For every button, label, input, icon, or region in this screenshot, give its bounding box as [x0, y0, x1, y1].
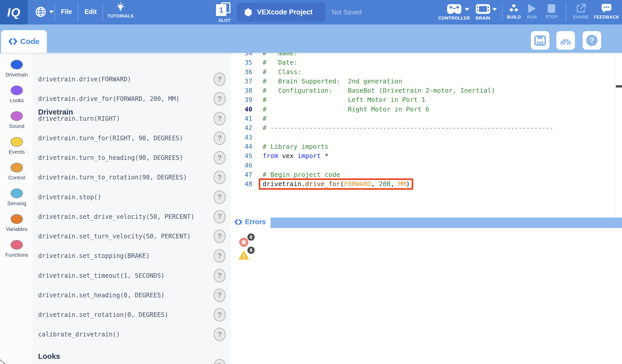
line-number: 45 [231, 151, 252, 161]
chevron-down-icon[interactable] [465, 8, 469, 11]
run-button[interactable]: RUN [527, 4, 537, 20]
errors-panel-header [271, 218, 622, 228]
sidebar-item-variables[interactable]: Variables [0, 214, 33, 232]
code-text[interactable]: drivetrain.drive_for(FORWARD, 200, MM) [252, 179, 410, 189]
chevron-down-icon[interactable] [49, 11, 54, 13]
command-text[interactable]: drivetrain.set_timeout(1, SECONDS) [38, 272, 165, 279]
command-text[interactable]: drivetrain.set_turn_velocity(50, PERCENT… [38, 233, 191, 240]
help-button[interactable]: ? [214, 359, 226, 364]
help-button[interactable]: ? [214, 249, 226, 263]
top-toolbar: IQ File Edit [0, 0, 622, 24]
globe-icon [34, 6, 47, 18]
sidebar-item-functions[interactable]: Functions [0, 240, 33, 258]
command-text[interactable]: drivetrain.stop() [38, 194, 101, 201]
command-text[interactable]: calibrate_drivetrain() [38, 331, 120, 338]
slot-number: 1 [216, 4, 226, 16]
code-text[interactable]: from vex import * [252, 151, 329, 161]
sidebar-item-sensing[interactable]: Sensing [0, 188, 33, 206]
code-text[interactable]: # Begin project code [252, 170, 340, 179]
code-tab-label: Code [20, 37, 40, 46]
help-button[interactable]: ? [214, 132, 226, 145]
app-logo: IQ [0, 0, 28, 24]
stop-button[interactable]: STOP [545, 4, 558, 20]
edit-menu[interactable]: Edit [84, 8, 97, 15]
code-text[interactable]: # Configuration: BaseBot (Drivetrain 2-m… [252, 86, 495, 95]
brain-button[interactable]: BRAIN [476, 4, 490, 21]
command-row: drivetrain.set_drive_velocity(50, PERCEN… [33, 210, 231, 223]
help-button[interactable]: ? [214, 92, 226, 106]
controller-button[interactable]: CONTROLLER [438, 4, 470, 21]
sidebar-item-looks[interactable]: Looks [0, 85, 33, 103]
command-text[interactable]: drivetrain.set_stopping(BRAKE) [38, 252, 150, 259]
code-text[interactable]: # Left Motor in Port 1 [252, 95, 425, 105]
chevron-down-icon[interactable] [492, 8, 497, 11]
command-text[interactable]: drivetrain.turn(RIGHT) [38, 115, 120, 122]
scrollbar-thumb[interactable] [616, 85, 622, 88]
toolbar-separator [566, 3, 566, 21]
tab-code[interactable]: Code [1, 30, 47, 53]
dashboard-button[interactable] [556, 31, 575, 50]
line-number: 42 [231, 123, 252, 133]
help-button[interactable]: ? [214, 269, 226, 282]
category-dot [11, 240, 23, 250]
vexcode-iq-window: IQ File Edit [0, 0, 622, 364]
help-button[interactable]: ? [214, 171, 226, 184]
code-text[interactable] [252, 133, 263, 142]
sidebar-item-events[interactable]: Events [0, 137, 33, 155]
help-button[interactable]: ? [214, 230, 226, 243]
sidebar-item-sound[interactable]: Sound [0, 111, 33, 129]
code-text[interactable]: # [252, 114, 266, 123]
tutorials-button[interactable]: TUTORIALS [107, 2, 133, 19]
code-text[interactable]: # Right Motor in Port 6 [252, 105, 429, 114]
help-button[interactable]: ? [214, 308, 226, 322]
code-text[interactable] [252, 161, 263, 170]
code-line: 40# Right Motor in Port 6 [231, 105, 622, 114]
language-button[interactable] [34, 6, 47, 19]
command-row: drivetrain.turn_for(RIGHT, 90, DEGREES)? [33, 132, 231, 145]
command-text[interactable]: drivetrain.set_heading(0, DEGREES) [38, 292, 165, 299]
build-label: BUILD [507, 15, 521, 20]
help-button[interactable]: ? [214, 190, 226, 204]
help-button-toolbar[interactable]: ? [583, 31, 601, 50]
command-row: drivetrain.set_stopping(BRAKE)? [33, 249, 231, 263]
run-play-icon [528, 4, 536, 13]
feedback-button[interactable]: FEEDBACK [594, 3, 619, 20]
share-button[interactable]: SHARE [573, 3, 589, 20]
code-text[interactable]: # --------------------------------------… [252, 123, 553, 133]
command-text[interactable]: drivetrain.set_drive_velocity(50, PERCEN… [38, 213, 194, 220]
code-text[interactable]: # Brain Supported: 2nd generation [252, 77, 402, 86]
help-button[interactable]: ? [214, 328, 226, 341]
command-text[interactable]: drivetrain.set_rotation(0, DEGREES) [38, 311, 168, 318]
command-row: drivetrain.turn(RIGHT)? [33, 112, 231, 125]
sidebar-item-drivetrain[interactable]: Drivetrain [0, 60, 33, 78]
slot-button[interactable]: 1 SLOT [216, 2, 233, 23]
command-text[interactable]: drivetrain.drive_for(FORWARD, 200, MM) [38, 95, 179, 102]
code-line: 37# Brain Supported: 2nd generation [231, 77, 622, 86]
code-text[interactable]: # Date: [252, 58, 297, 67]
command-text[interactable]: drivetrain.turn_to_heading(90, DEGREES) [38, 154, 183, 161]
project-name-button[interactable]: VEXcode Project [237, 3, 325, 22]
help-button[interactable]: ? [214, 73, 226, 86]
command-text[interactable]: drivetrain.drive(FORWARD) [38, 76, 131, 83]
category-label: Sensing [7, 200, 26, 206]
command-text[interactable]: drivetrain.turn_for(RIGHT, 90, DEGREES) [38, 135, 183, 142]
command-text[interactable]: drivetrain.turn_to_rotation(90, DEGREES) [38, 174, 187, 181]
file-menu[interactable]: File [61, 8, 72, 15]
help-button[interactable]: ? [214, 289, 226, 302]
category-label: Functions [5, 252, 28, 258]
build-button[interactable]: BUILD [507, 3, 521, 20]
code-editor[interactable]: 34# Name:35# Date:36# Class:37# Brain Su… [231, 53, 622, 218]
code-text[interactable]: # Library imports [252, 142, 329, 151]
code-text[interactable]: # Name: [252, 53, 297, 58]
device-info-button[interactable] [531, 31, 549, 50]
help-button[interactable]: ? [214, 112, 226, 125]
help-button[interactable]: ? [214, 151, 226, 164]
code-line: 36# Class: [231, 67, 622, 77]
code-line: 42# ------------------------------------… [231, 123, 622, 133]
line-number: 44 [231, 142, 252, 151]
code-text[interactable]: # Class: [252, 67, 301, 77]
help-button[interactable]: ? [214, 210, 226, 223]
sidebar-item-control[interactable]: Control [0, 163, 33, 181]
tab-errors[interactable]: Errors [230, 216, 271, 228]
category-dot [11, 137, 23, 147]
